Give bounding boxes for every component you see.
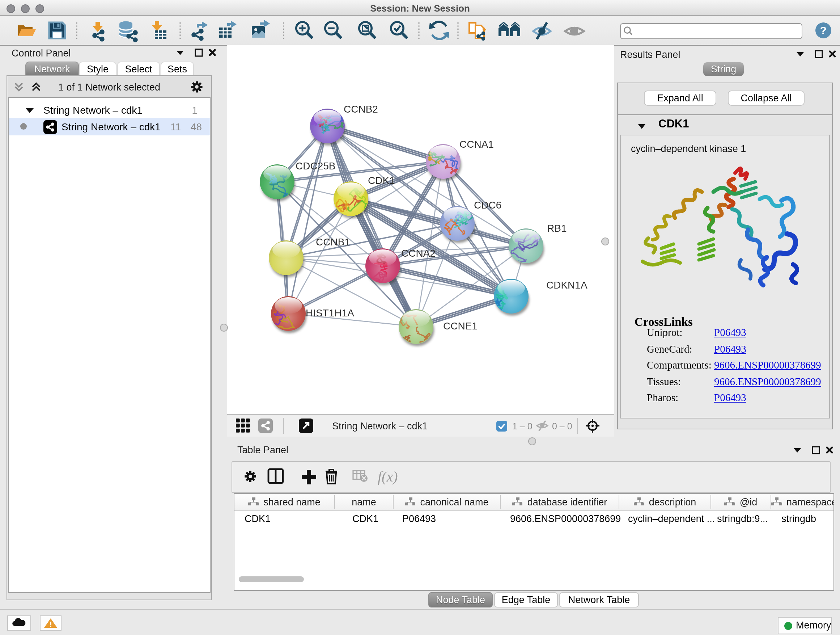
svg-text:String Network – cdk1: String Network – cdk1 (332, 421, 428, 432)
svg-text:CCNB1: CCNB1 (316, 236, 350, 248)
svg-text:0 – 0: 0 – 0 (552, 421, 572, 431)
svg-text:1 – 0: 1 – 0 (512, 421, 532, 431)
svg-text:f(x): f(x) (378, 469, 398, 485)
svg-text:CCNE1: CCNE1 (443, 320, 477, 332)
svg-text:HIST1H1A: HIST1H1A (306, 307, 354, 318)
svg-text:RB1: RB1 (547, 223, 567, 234)
svg-text:CDC25B: CDC25B (295, 160, 335, 172)
svg-text:CCNA2: CCNA2 (401, 248, 436, 259)
svg-text:CCNB2: CCNB2 (344, 103, 378, 115)
svg-text:CDKN1A: CDKN1A (546, 279, 587, 291)
svg-text:CCNA1: CCNA1 (459, 139, 494, 150)
svg-text:CDK1: CDK1 (368, 175, 395, 186)
svg-text:CDC6: CDC6 (474, 200, 501, 211)
